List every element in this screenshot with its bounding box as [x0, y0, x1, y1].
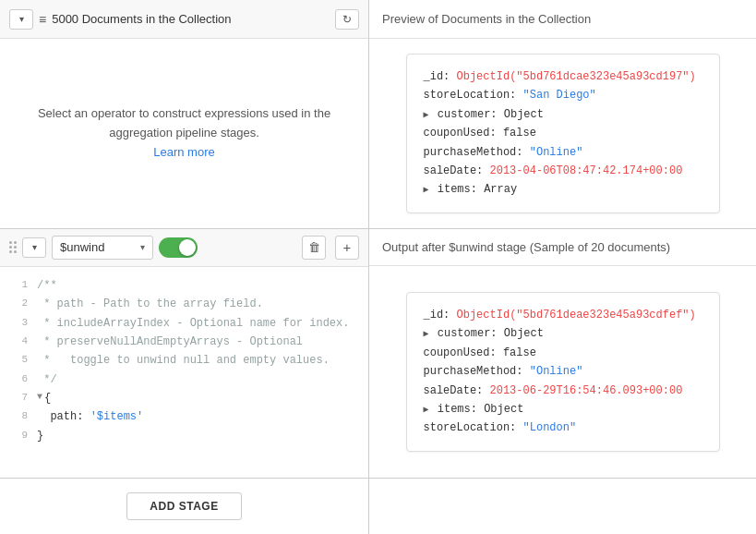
code-line-5: 5 * toggle to unwind null and empty valu…: [0, 351, 368, 370]
line-num-6: 6: [9, 370, 28, 389]
top-left-panel: ▾ ≡ 5000 Documents in the Collection ↻ S…: [0, 0, 369, 228]
bottom-left-panel: ▾ $unwind ▾ 🗑 +: [0, 229, 369, 478]
out-store-key: storeLocation:: [424, 421, 517, 434]
line-num-5: 5: [9, 351, 28, 370]
toggle-thumb: [179, 239, 196, 256]
line-content-1: /**: [37, 276, 57, 295]
code-line-8: 8 path: '$items': [0, 407, 368, 426]
line-content-6: */: [37, 370, 57, 389]
out-coupon-key: couponUsed:: [424, 346, 497, 359]
store-key: storeLocation:: [424, 89, 517, 102]
line-content-7: {: [44, 389, 51, 407]
coupon-val: false: [503, 127, 536, 140]
code-line-6: 6 */: [0, 370, 368, 389]
stage-header: ▾ $unwind ▾ 🗑 +: [0, 229, 368, 267]
refresh-button[interactable]: ↻: [335, 9, 359, 30]
add-field-button[interactable]: +: [335, 236, 359, 260]
preview-title: Preview of Documents in the Collection: [382, 12, 591, 26]
learn-more-link[interactable]: Learn more: [153, 145, 214, 159]
chevron-down-icon: ▾: [19, 14, 24, 24]
code-line-2: 2 * path - Path to the array field.: [0, 295, 368, 313]
sale-key: saleDate:: [424, 164, 484, 177]
stage-label: $unwind: [60, 240, 104, 254]
line-content-9: }: [37, 427, 43, 445]
line-num-9: 9: [9, 427, 28, 445]
footer-left: ADD STAGE: [0, 479, 369, 534]
out-purchase-row: purchaseMethod: "Online": [424, 362, 702, 381]
preview-header: Preview of Documents in the Collection: [369, 0, 756, 39]
coupon-key: couponUsed:: [424, 127, 497, 140]
output-header: Output after $unwind stage (Sample of 20…: [369, 229, 756, 266]
doc-coupon-row: couponUsed: false: [424, 124, 702, 142]
collection-chevron-button[interactable]: ▾: [9, 9, 33, 30]
drag-handle[interactable]: [9, 241, 17, 253]
add-stage-button[interactable]: ADD STAGE: [126, 492, 241, 520]
customer-val: Object: [504, 108, 544, 121]
out-items-val: Object: [484, 403, 523, 416]
out-customer-row: ▶ customer: Object: [424, 324, 702, 343]
output-title: Output after $unwind stage (Sample of 20…: [382, 240, 670, 254]
database-icon: ≡: [39, 12, 46, 27]
id-val: ObjectId("5bd761dcae323e45a93cd197"): [457, 70, 696, 83]
code-line-3: 3 * includeArrayIndex - Optional name fo…: [0, 314, 368, 333]
code-line-9: 9 }: [0, 427, 368, 445]
pipeline-message: Select an operator to construct expressi…: [0, 39, 368, 228]
line-num-2: 2: [9, 295, 28, 313]
delete-stage-button[interactable]: 🗑: [302, 236, 326, 260]
line-num-8: 8: [9, 407, 28, 426]
out-store-val: "London": [523, 421, 577, 434]
customer-key: customer:: [438, 108, 498, 121]
stage-dropdown[interactable]: $unwind ▾: [52, 236, 153, 260]
purchase-val: "Online": [530, 146, 583, 159]
out-customer-expand-icon: ▶: [424, 329, 429, 339]
out-sale-val: 2013-06-29T16:54:46.093+00:00: [490, 384, 683, 397]
output-document-card: _id: ObjectId("5bd761deae323e45a93cdfef"…: [406, 292, 720, 452]
top-section: ▾ ≡ 5000 Documents in the Collection ↻ S…: [0, 0, 756, 229]
fold-arrow-icon: ▼: [37, 389, 42, 407]
doc-items-row: ▶ items: Array: [424, 180, 702, 199]
purchase-key: purchaseMethod:: [424, 146, 523, 159]
store-val: "San Diego": [523, 89, 596, 102]
out-id-val: ObjectId("5bd761deae323e45a93cdfef"): [457, 309, 696, 322]
line-num-1: 1: [9, 276, 28, 295]
stage-toggle[interactable]: [159, 237, 198, 258]
out-id-row: _id: ObjectId("5bd761deae323e45a93cdfef"…: [424, 306, 702, 324]
line-num-3: 3: [9, 314, 28, 333]
code-line-4: 4 * preserveNullAndEmptyArrays - Optiona…: [0, 333, 368, 351]
items-val: Array: [484, 183, 517, 196]
doc-id-row: _id: ObjectId("5bd761dcae323e45a93cd197"…: [424, 67, 702, 86]
top-right-panel: Preview of Documents in the Collection _…: [369, 0, 756, 228]
out-items-key: items:: [438, 403, 477, 416]
output-doc-area: _id: ObjectId("5bd761deae323e45a93cdfef"…: [369, 266, 756, 478]
collection-title: 5000 Documents in the Collection: [52, 12, 231, 26]
out-customer-key: customer:: [438, 327, 498, 340]
code-line-7: 7 ▼ {: [0, 389, 368, 407]
id-key: _id:: [424, 70, 450, 83]
refresh-icon: ↻: [342, 13, 352, 26]
stage-chevron-button[interactable]: ▾: [22, 237, 46, 258]
line-content-4: * preserveNullAndEmptyArrays - Optional: [37, 333, 303, 351]
line-num-4: 4: [9, 333, 28, 351]
plus-icon: +: [343, 239, 352, 255]
stage-chevron-icon: ▾: [32, 242, 37, 252]
customer-expand-icon: ▶: [424, 110, 429, 120]
line-content-2: * path - Path to the array field.: [37, 295, 263, 313]
out-items-expand-icon: ▶: [424, 405, 429, 415]
out-store-row: storeLocation: "London": [424, 419, 702, 437]
doc-store-row: storeLocation: "San Diego": [424, 86, 702, 104]
out-purchase-val: "Online": [530, 365, 583, 378]
bottom-section: ▾ $unwind ▾ 🗑 +: [0, 229, 756, 479]
footer-right: [369, 479, 756, 534]
code-editor[interactable]: 1 /** 2 * path - Path to the array field…: [0, 267, 368, 478]
items-key: items:: [438, 183, 477, 196]
out-customer-val: Object: [504, 327, 544, 340]
line-content-5: * toggle to unwind null and empty values…: [37, 351, 330, 370]
doc-sale-row: saleDate: 2013-04-06T08:47:42.174+00:00: [424, 162, 702, 180]
trash-icon: 🗑: [308, 240, 320, 254]
out-coupon-val: false: [503, 346, 536, 359]
out-sale-key: saleDate:: [424, 384, 484, 397]
line-content-8: path: '$items': [37, 407, 143, 426]
footer-section: ADD STAGE: [0, 479, 756, 534]
out-items-row: ▶ items: Object: [424, 400, 702, 419]
items-expand-icon: ▶: [424, 185, 429, 195]
